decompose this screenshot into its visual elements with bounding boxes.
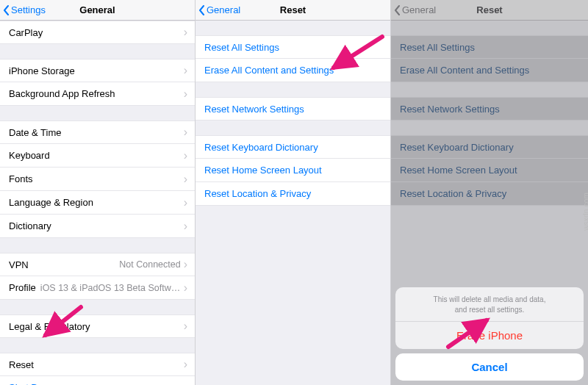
navbar: General Reset <box>391 0 588 21</box>
action-sheet: This will delete all media and data, and… <box>395 287 584 381</box>
row-profile[interactable]: Profile iOS 13 & iPadOS 13 Beta Software… <box>0 276 195 300</box>
panel-general: Settings General CarPlay › iPhone Storag… <box>0 0 196 385</box>
row-label: Reset Location & Privacy <box>400 188 581 199</box>
chevron-left-icon <box>394 5 401 15</box>
row-reset-home-screen-layout: Reset Home Screen Layout <box>391 159 588 182</box>
row-label: Erase All Content and Settings <box>204 65 383 76</box>
row-label: VPN <box>9 259 119 270</box>
row-reset-location-privacy: Reset Location & Privacy <box>391 182 588 206</box>
cancel-button[interactable]: Cancel <box>395 353 584 381</box>
chevron-left-icon <box>3 5 10 15</box>
nav-title: Reset <box>476 4 502 15</box>
row-label: Legal & Regulatory <box>9 321 184 332</box>
dimmed-content: Reset All Settings Erase All Content and… <box>391 21 588 206</box>
row-reset-all-settings[interactable]: Reset All Settings <box>196 35 390 59</box>
row-reset-location-privacy[interactable]: Reset Location & Privacy <box>196 182 390 206</box>
chevron-left-icon <box>198 5 206 15</box>
row-reset-network-settings: Reset Network Settings <box>391 97 588 120</box>
row-carplay[interactable]: CarPlay › <box>0 21 195 44</box>
row-label: Language & Region <box>9 197 184 208</box>
nav-title: Reset <box>280 4 306 15</box>
row-label: Keyboard <box>9 150 184 161</box>
row-value: Not Connected <box>119 259 180 270</box>
back-label: General <box>207 4 240 15</box>
row-reset[interactable]: Reset › <box>0 353 195 376</box>
panel-reset: General Reset Reset All Settings Erase A… <box>196 0 391 385</box>
back-button[interactable]: General <box>198 0 240 20</box>
panel-reset-actionsheet: General Reset Reset All Settings Erase A… <box>391 0 588 385</box>
chevron-right-icon: › <box>184 126 187 138</box>
row-label: Reset <box>9 359 184 370</box>
chevron-right-icon: › <box>184 359 187 370</box>
action-sheet-card: This will delete all media and data, and… <box>395 287 584 349</box>
chevron-right-icon: › <box>184 282 187 294</box>
row-label: Shut Down <box>9 382 187 385</box>
row-label: Reset Keyboard Dictionary <box>400 142 581 153</box>
row-label: iPhone Storage <box>9 65 184 76</box>
erase-iphone-button[interactable]: Erase iPhone <box>395 322 584 349</box>
row-reset-keyboard-dictionary: Reset Keyboard Dictionary <box>391 135 588 159</box>
watermark: wsxdn.com <box>583 192 589 231</box>
row-vpn[interactable]: VPN Not Connected › <box>0 253 195 276</box>
chevron-right-icon: › <box>184 65 187 76</box>
row-dictionary[interactable]: Dictionary › <box>0 215 195 238</box>
row-label: Reset Home Screen Layout <box>204 165 383 176</box>
chevron-right-icon: › <box>184 26 187 38</box>
row-erase-all-content[interactable]: Erase All Content and Settings <box>196 59 390 82</box>
row-label: Reset Network Settings <box>400 104 581 115</box>
back-button: General <box>394 0 436 20</box>
row-shut-down[interactable]: Shut Down <box>0 376 195 385</box>
action-sheet-message: This will delete all media and data, and… <box>395 287 584 321</box>
back-label: Settings <box>11 4 46 15</box>
chevron-right-icon: › <box>184 259 187 270</box>
row-language-region[interactable]: Language & Region › <box>0 191 195 215</box>
row-reset-all-settings: Reset All Settings <box>391 35 588 59</box>
row-label: Date & Time <box>9 127 184 138</box>
row-label: Background App Refresh <box>9 88 184 99</box>
chevron-right-icon: › <box>184 150 187 162</box>
row-label: Reset Network Settings <box>204 104 383 115</box>
navbar: General Reset <box>196 0 390 21</box>
row-iphone-storage[interactable]: iPhone Storage › <box>0 59 195 82</box>
row-keyboard[interactable]: Keyboard › <box>0 144 195 168</box>
chevron-right-icon: › <box>184 173 187 185</box>
row-value: iOS 13 & iPadOS 13 Beta Software Pr… <box>40 283 181 293</box>
row-reset-keyboard-dictionary[interactable]: Reset Keyboard Dictionary <box>196 135 390 159</box>
row-reset-home-screen-layout[interactable]: Reset Home Screen Layout <box>196 159 390 182</box>
navbar: Settings General <box>0 0 195 21</box>
row-background-app-refresh[interactable]: Background App Refresh › <box>0 82 195 106</box>
row-label: Profile <box>9 282 36 293</box>
row-label: Erase All Content and Settings <box>400 65 581 76</box>
row-reset-network-settings[interactable]: Reset Network Settings <box>196 97 390 120</box>
row-legal-regulatory[interactable]: Legal & Regulatory › <box>0 314 195 338</box>
row-label: Reset Location & Privacy <box>204 188 383 199</box>
chevron-right-icon: › <box>184 220 187 232</box>
back-label: General <box>402 4 436 15</box>
row-date-time[interactable]: Date & Time › <box>0 120 195 144</box>
chevron-right-icon: › <box>184 197 187 209</box>
row-label: Dictionary <box>9 220 184 231</box>
chevron-right-icon: › <box>184 320 187 332</box>
row-label: Reset All Settings <box>204 42 383 53</box>
row-label: Reset All Settings <box>400 42 581 53</box>
row-label: Reset Keyboard Dictionary <box>204 142 383 153</box>
chevron-right-icon: › <box>184 88 187 100</box>
back-button[interactable]: Settings <box>3 0 46 20</box>
row-erase-all-content: Erase All Content and Settings <box>391 59 588 82</box>
row-label: CarPlay <box>9 27 184 38</box>
row-label: Fonts <box>9 173 184 184</box>
row-fonts[interactable]: Fonts › <box>0 168 195 191</box>
nav-title: General <box>79 4 115 15</box>
row-label: Reset Home Screen Layout <box>400 165 581 176</box>
